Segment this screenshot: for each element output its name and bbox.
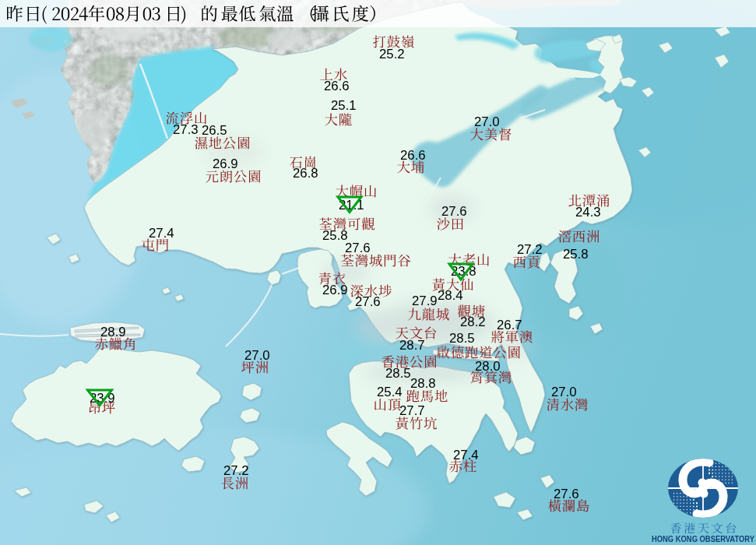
svg-text:28.7: 28.7 [399,338,425,353]
svg-text:26.5: 26.5 [202,123,227,138]
svg-text:27.9: 27.9 [412,294,438,308]
svg-text:27.0: 27.0 [474,114,500,129]
svg-text:28.5: 28.5 [449,331,475,346]
svg-text:26.9: 26.9 [322,283,348,297]
svg-text:28.2: 28.2 [460,315,486,329]
svg-text:27.2: 27.2 [517,242,543,257]
svg-text:28.5: 28.5 [385,366,411,381]
svg-text:27.6: 27.6 [554,487,579,501]
svg-text:27.4: 27.4 [453,448,479,462]
svg-text:25.2: 25.2 [379,47,405,62]
svg-text:26.8: 26.8 [293,166,318,181]
svg-text:27.3: 27.3 [173,122,199,137]
svg-text:27.6: 27.6 [441,204,467,219]
svg-text:26.9: 26.9 [213,156,238,171]
svg-text:HONG KONG OBSERVATORY: HONG KONG OBSERVATORY [652,534,754,543]
svg-text:27.6: 27.6 [355,294,381,309]
svg-text:27.2: 27.2 [223,463,249,478]
svg-text:28.0: 28.0 [475,359,501,374]
svg-text:27.4: 27.4 [149,226,174,241]
svg-text:28.8: 28.8 [410,376,436,391]
svg-text:27.7: 27.7 [399,403,425,418]
svg-text:25.8: 25.8 [322,228,348,243]
svg-text:26.6: 26.6 [400,148,426,163]
svg-text:26.6: 26.6 [324,79,350,93]
svg-text:25.4: 25.4 [377,385,403,399]
svg-text:26.7: 26.7 [497,318,522,332]
svg-text:28.9: 28.9 [100,325,126,339]
svg-text:24.3: 24.3 [575,205,601,220]
svg-text:28.4: 28.4 [438,288,463,303]
svg-text:25.1: 25.1 [331,98,357,113]
svg-text:25.8: 25.8 [563,247,589,262]
svg-text:27.0: 27.0 [551,385,577,399]
svg-text:27.0: 27.0 [244,348,270,363]
svg-text:27.6: 27.6 [345,241,371,255]
